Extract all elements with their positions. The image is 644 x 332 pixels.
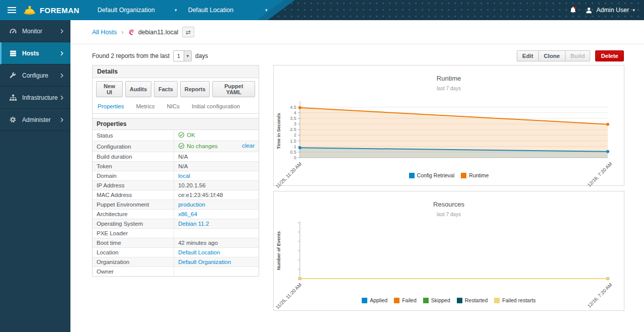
property-value (174, 229, 259, 238)
audits-button[interactable]: Audits (125, 81, 151, 97)
status-text: OK (187, 132, 195, 138)
status-ok-indicator: OK (178, 131, 195, 138)
legend-item-restarted[interactable]: Restarted (457, 297, 488, 303)
properties-table-title: Properties (93, 118, 259, 130)
details-actions-row: New UIAuditsFactsReportsPuppet YAML (93, 78, 259, 100)
spacer (93, 114, 259, 118)
user-icon (585, 7, 593, 14)
reports-button[interactable]: Reports (180, 81, 210, 97)
property-row-pxe-loader: PXE Loader (93, 229, 259, 238)
breadcrumb-all-hosts-link[interactable]: All Hosts (92, 29, 117, 36)
charts-column: Runtime last 7 days 00.511.522.533.544.5… (273, 65, 624, 311)
tab-properties[interactable]: Properties (98, 103, 124, 109)
svg-text:0.5: 0.5 (290, 150, 296, 155)
puppet-environment-link[interactable]: production (178, 202, 205, 208)
sidebar-item-label: Configure (22, 72, 59, 79)
property-value: x86_64 (174, 210, 259, 219)
svg-text:1.5: 1.5 (290, 139, 296, 144)
legend-swatch (362, 298, 367, 303)
host-action-toolbar: EditCloneBuild Delete (517, 50, 624, 61)
svg-text:3: 3 (294, 121, 296, 126)
clear-link[interactable]: clear (242, 143, 255, 149)
breadcrumb-separator: › (121, 28, 123, 36)
tab-initial-configuration[interactable]: Initial configuration (192, 103, 240, 109)
chevron-down-icon: ▾ (265, 8, 268, 13)
sidebar-item-hosts[interactable]: Hosts (0, 42, 70, 64)
details-panel-title: Details (93, 65, 259, 78)
property-value: local (174, 171, 259, 181)
delete-button[interactable]: Delete (595, 50, 624, 61)
legend-item-failed-restarts[interactable]: Failed restarts (494, 297, 536, 303)
operating-system-link[interactable]: Debian 11.2 (178, 221, 209, 227)
property-row-configuration: ConfigurationNo changesclear (93, 141, 259, 152)
svg-text:2.5: 2.5 (290, 127, 296, 132)
legend-label: Restarted (465, 297, 488, 303)
property-row-domain: Domainlocal (93, 171, 259, 181)
property-label: Owner (93, 267, 174, 277)
runtime-chart-panel: Runtime last 7 days 00.511.522.533.544.5… (273, 65, 624, 186)
notifications-bell-icon[interactable] (569, 6, 577, 14)
sidebar-item-label: Administer (22, 116, 59, 123)
check-circle-icon (178, 143, 185, 149)
sidebar-item-monitor[interactable]: Monitor (0, 20, 70, 42)
runtime-chart-subtitle: last 7 days (274, 86, 624, 91)
status-ok-indicator: No changes (178, 143, 217, 149)
chevron-down-icon: ▾ (632, 8, 635, 13)
svg-text:4: 4 (294, 110, 296, 115)
facts-button[interactable]: Facts (154, 81, 178, 97)
property-row-architecture: Architecturex86_64 (93, 210, 259, 219)
hardhat-icon (23, 5, 36, 15)
resources-chart-subtitle: last 7 days (274, 212, 624, 217)
property-row-boot-time: Boot time42 minutes ago (93, 238, 259, 248)
clone-button[interactable]: Clone (538, 50, 566, 61)
puppet-yaml-button[interactable]: Puppet YAML (212, 81, 255, 97)
property-label: Operating System (93, 219, 174, 229)
organization-dropdown[interactable]: Default Organization ▾ (98, 7, 177, 14)
details-tabs: PropertiesMetricsNICsInitial configurati… (93, 100, 259, 114)
organization-dropdown-label: Default Organization (98, 7, 155, 14)
organization-link[interactable]: Default Organization (178, 259, 231, 265)
svg-text:1: 1 (294, 144, 296, 149)
legend-item-config-retrieval[interactable]: Config Retrieval (409, 172, 455, 178)
edit-button[interactable]: Edit (517, 50, 539, 61)
hamburger-menu-icon[interactable] (0, 0, 23, 20)
host-switcher-button[interactable]: ⇄ (182, 27, 194, 37)
user-menu[interactable]: Admin User ▾ (585, 7, 635, 14)
runtime-chart-title: Runtime (274, 75, 624, 82)
architecture-link[interactable]: x86_64 (178, 211, 197, 217)
property-label: IP Address (93, 181, 174, 190)
sidebar-item-configure[interactable]: Configure (0, 64, 70, 87)
chevron-right-icon (59, 51, 64, 56)
resources-chart-panel: Resources last 7 days Number of Events11… (273, 191, 624, 311)
select-arrow: ▾ (184, 51, 191, 61)
sidebar-item-infrastructure[interactable]: Infrastructure (0, 87, 70, 109)
sidebar-item-label: Hosts (22, 50, 59, 57)
tab-nics[interactable]: NICs (167, 103, 180, 109)
properties-table: Properties StatusOKConfigurationNo chang… (93, 118, 259, 276)
legend-label: Failed (402, 297, 417, 303)
property-value: OK (174, 130, 259, 141)
server-icon (9, 49, 17, 57)
foreman-logo[interactable]: FOREMAN (23, 5, 87, 15)
property-label: PXE Loader (93, 229, 174, 238)
top-navbar: FOREMAN Default Organization ▾ Default L… (0, 0, 644, 20)
location-link[interactable]: Default Location (178, 249, 220, 255)
sidebar-item-label: Infrastructure (22, 94, 59, 101)
report-filter-bar: Found 2 reports from the last 1 ▾ days E… (70, 50, 644, 62)
breadcrumb-current-host: debian11.local (138, 29, 179, 36)
legend-item-failed[interactable]: Failed (394, 297, 417, 303)
svg-text:2: 2 (294, 132, 296, 138)
new-ui-button[interactable]: New UI (96, 81, 123, 97)
domain-link[interactable]: local (178, 173, 190, 179)
tab-metrics[interactable]: Metrics (136, 103, 154, 109)
legend-item-skipped[interactable]: Skipped (423, 297, 450, 303)
sitemap-icon (9, 94, 17, 102)
report-days-select[interactable]: 1 ▾ (173, 50, 192, 61)
svg-text:Number of Events: Number of Events (276, 231, 281, 270)
sidebar-item-administer[interactable]: Administer (0, 109, 70, 131)
property-row-owner: Owner (93, 267, 259, 277)
location-dropdown[interactable]: Default Location ▾ (188, 7, 268, 14)
check-circle-icon (178, 131, 185, 138)
legend-item-applied[interactable]: Applied (362, 297, 387, 303)
legend-item-runtime[interactable]: Runtime (461, 172, 489, 178)
